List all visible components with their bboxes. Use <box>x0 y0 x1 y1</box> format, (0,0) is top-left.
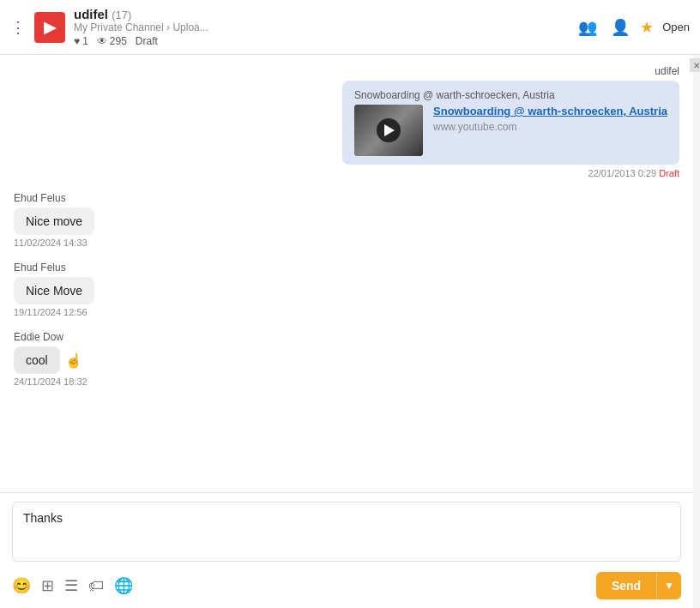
emoji-button[interactable]: 😊 <box>12 576 31 595</box>
messages-container: udifel Snowboarding @ warth-schroecken, … <box>0 55 693 492</box>
header-title: udifel (17) <box>74 7 575 21</box>
header-info: udifel (17) My Private Channel › Uploa..… <box>74 7 575 47</box>
play-icon <box>384 124 395 136</box>
add-user-button[interactable]: 👤 <box>607 15 633 40</box>
video-thumbnail <box>354 105 423 156</box>
message-row: Eddie Dow cool ☝ 24/11/2024 18:32 <box>14 331 679 387</box>
sender-name: Ehud Felus <box>14 192 66 204</box>
message-bubble: cool <box>14 346 60 374</box>
add-members-button[interactable]: 👥 <box>575 15 600 40</box>
send-dropdown-button[interactable]: ▼ <box>656 572 681 599</box>
tag-button[interactable]: 🏷 <box>88 577 104 595</box>
channel-avatar: ▶ <box>34 12 65 43</box>
message-timestamp: 11/02/2024 14:33 <box>14 238 88 248</box>
expand-button[interactable]: ⊞ <box>41 576 54 595</box>
video-link-card: Snowboarding @ warth-schroecken, Austria… <box>354 105 667 156</box>
reply-toolbar: 😊 ⊞ ☰ 🏷 🌐 Send ▼ <box>12 572 681 599</box>
main-layout: udifel Snowboarding @ warth-schroecken, … <box>0 55 700 608</box>
reply-box: 😊 ⊞ ☰ 🏷 🌐 Send ▼ <box>0 492 693 608</box>
message-count-badge: (17) <box>112 9 131 21</box>
add-user-icon: 👤 <box>611 19 630 36</box>
cursor-icon: ☝ <box>65 352 82 369</box>
likes-count: ♥ 1 <box>74 35 88 47</box>
right-scrollbar: ✕ <box>693 55 700 608</box>
reply-textarea[interactable] <box>12 502 681 562</box>
chevron-down-icon: ▼ <box>664 580 674 592</box>
message-row: udifel Snowboarding @ warth-schroecken, … <box>14 65 679 178</box>
message-row: Ehud Felus Nice Move 19/11/2024 12:56 <box>14 262 679 317</box>
views-icon: 👁 <box>97 35 107 47</box>
open-label[interactable]: Open <box>662 21 690 33</box>
play-button[interactable] <box>377 118 401 142</box>
add-members-icon: 👥 <box>578 19 597 36</box>
star-icon[interactable]: ★ <box>640 18 654 37</box>
sender-name: Ehud Felus <box>14 262 66 274</box>
header: ⋮ ▶ udifel (17) My Private Channel › Upl… <box>0 0 700 55</box>
menu-icon[interactable]: ⋮ <box>10 18 26 37</box>
video-url: www.youtube.com <box>433 121 667 133</box>
reply-toolbar-icons: 😊 ⊞ ☰ 🏷 🌐 <box>12 576 133 595</box>
views-count: 👁 295 <box>97 35 127 47</box>
send-button[interactable]: Send <box>596 572 656 599</box>
message-bubble: Nice move <box>14 208 94 235</box>
message-bubble: Nice Move <box>14 277 94 304</box>
sender-name: udifel <box>655 65 679 77</box>
sender-name: Eddie Dow <box>14 331 63 343</box>
translate-button[interactable]: 🌐 <box>114 576 133 595</box>
message-timestamp: 22/01/2013 0:29 Draft <box>588 168 679 178</box>
send-btn-group: Send ▼ <box>596 572 681 599</box>
message-draft-label: Draft <box>659 168 679 178</box>
video-link-title[interactable]: Snowboarding @ warth-schroecken, Austria <box>433 105 667 117</box>
draft-badge: Draft <box>136 35 158 47</box>
message-timestamp: 24/11/2024 18:32 <box>14 376 88 387</box>
avatar-icon: ▶ <box>44 18 56 37</box>
chat-area: udifel Snowboarding @ warth-schroecken, … <box>0 55 693 608</box>
message-row: Ehud Felus Nice move 11/02/2024 14:33 <box>14 192 679 248</box>
video-info: Snowboarding @ warth-schroecken, Austria… <box>433 105 667 133</box>
header-meta: ♥ 1 👁 295 Draft <box>74 35 575 47</box>
likes-icon: ♥ <box>74 35 80 47</box>
username: udifel <box>74 7 108 21</box>
message-bubble: Snowboarding @ warth-schroecken, Austria… <box>342 81 679 165</box>
message-timestamp: 19/11/2024 12:56 <box>14 307 88 317</box>
header-actions: 👥 👤 ★ Open <box>575 15 690 40</box>
video-title-text: Snowboarding @ warth-schroecken, Austria <box>354 89 667 101</box>
scrollbar-up-button[interactable]: ✕ <box>690 58 700 72</box>
list-button[interactable]: ☰ <box>64 576 78 595</box>
header-subtitle: My Private Channel › Uploa... <box>74 21 575 33</box>
